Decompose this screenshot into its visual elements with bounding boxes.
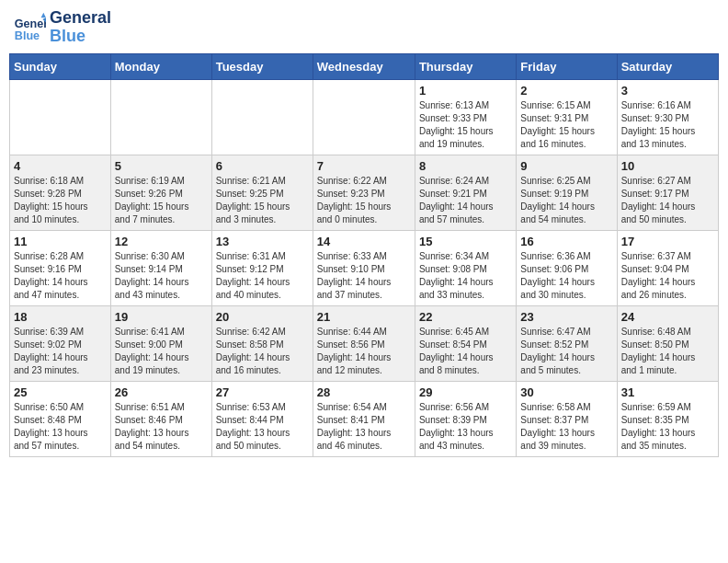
day-info: Sunrise: 6:39 AM Sunset: 9:02 PM Dayligh… xyxy=(14,326,107,377)
logo: General Blue General Blue xyxy=(13,9,111,46)
day-info: Sunrise: 6:36 AM Sunset: 9:06 PM Dayligh… xyxy=(520,250,612,302)
day-info: Sunrise: 6:59 AM Sunset: 8:35 PM Dayligh… xyxy=(621,401,714,453)
day-number: 27 xyxy=(216,385,309,399)
day-cell-26: 26Sunrise: 6:51 AM Sunset: 8:46 PM Dayli… xyxy=(110,381,211,456)
day-cell-11: 11Sunrise: 6:28 AM Sunset: 9:16 PM Dayli… xyxy=(10,230,111,305)
day-number: 26 xyxy=(115,385,208,399)
day-info: Sunrise: 6:48 AM Sunset: 8:50 PM Dayligh… xyxy=(621,326,714,377)
day-number: 13 xyxy=(216,235,309,248)
logo-icon: General Blue xyxy=(13,11,46,44)
day-info: Sunrise: 6:37 AM Sunset: 9:04 PM Dayligh… xyxy=(621,250,714,302)
day-number: 17 xyxy=(621,235,714,248)
day-cell-29: 29Sunrise: 6:56 AM Sunset: 8:39 PM Dayli… xyxy=(415,381,516,456)
day-info: Sunrise: 6:16 AM Sunset: 9:30 PM Dayligh… xyxy=(621,99,714,151)
day-cell-5: 5Sunrise: 6:19 AM Sunset: 9:26 PM Daylig… xyxy=(110,155,211,230)
day-cell-9: 9Sunrise: 6:25 AM Sunset: 9:19 PM Daylig… xyxy=(517,155,617,230)
empty-cell xyxy=(313,79,415,155)
logo-text: General Blue xyxy=(50,9,111,46)
day-cell-16: 16Sunrise: 6:36 AM Sunset: 9:06 PM Dayli… xyxy=(517,230,617,305)
svg-text:Blue: Blue xyxy=(15,29,40,41)
weekday-header-sunday: Sunday xyxy=(10,53,111,79)
day-number: 15 xyxy=(419,235,512,248)
day-info: Sunrise: 6:28 AM Sunset: 9:16 PM Dayligh… xyxy=(14,250,107,302)
day-cell-20: 20Sunrise: 6:42 AM Sunset: 8:58 PM Dayli… xyxy=(211,305,313,381)
day-cell-1: 1Sunrise: 6:13 AM Sunset: 9:33 PM Daylig… xyxy=(415,79,516,155)
day-number: 29 xyxy=(419,385,512,399)
weekday-header-monday: Monday xyxy=(110,53,211,79)
day-info: Sunrise: 6:41 AM Sunset: 9:00 PM Dayligh… xyxy=(115,326,208,377)
day-cell-31: 31Sunrise: 6:59 AM Sunset: 8:35 PM Dayli… xyxy=(617,381,718,456)
week-row-4: 18Sunrise: 6:39 AM Sunset: 9:02 PM Dayli… xyxy=(10,305,719,381)
day-cell-7: 7Sunrise: 6:22 AM Sunset: 9:23 PM Daylig… xyxy=(313,155,415,230)
weekday-header-row: SundayMondayTuesdayWednesdayThursdayFrid… xyxy=(10,53,719,79)
day-info: Sunrise: 6:50 AM Sunset: 8:48 PM Dayligh… xyxy=(14,401,107,453)
week-row-1: 1Sunrise: 6:13 AM Sunset: 9:33 PM Daylig… xyxy=(10,79,719,155)
day-cell-28: 28Sunrise: 6:54 AM Sunset: 8:41 PM Dayli… xyxy=(313,381,415,456)
empty-cell xyxy=(10,79,111,155)
day-info: Sunrise: 6:30 AM Sunset: 9:14 PM Dayligh… xyxy=(115,250,208,302)
day-cell-24: 24Sunrise: 6:48 AM Sunset: 8:50 PM Dayli… xyxy=(617,305,718,381)
day-number: 20 xyxy=(216,310,309,324)
day-info: Sunrise: 6:42 AM Sunset: 8:58 PM Dayligh… xyxy=(216,326,309,377)
weekday-header-saturday: Saturday xyxy=(617,53,718,79)
day-number: 9 xyxy=(520,159,612,173)
day-cell-27: 27Sunrise: 6:53 AM Sunset: 8:44 PM Dayli… xyxy=(211,381,313,456)
day-number: 5 xyxy=(115,159,208,173)
day-number: 8 xyxy=(419,159,512,173)
week-row-2: 4Sunrise: 6:18 AM Sunset: 9:28 PM Daylig… xyxy=(10,155,719,230)
day-number: 19 xyxy=(115,310,208,324)
day-info: Sunrise: 6:58 AM Sunset: 8:37 PM Dayligh… xyxy=(520,401,612,453)
day-cell-12: 12Sunrise: 6:30 AM Sunset: 9:14 PM Dayli… xyxy=(110,230,211,305)
day-info: Sunrise: 6:31 AM Sunset: 9:12 PM Dayligh… xyxy=(216,250,309,302)
day-cell-15: 15Sunrise: 6:34 AM Sunset: 9:08 PM Dayli… xyxy=(415,230,516,305)
day-number: 24 xyxy=(621,310,714,324)
day-cell-6: 6Sunrise: 6:21 AM Sunset: 9:25 PM Daylig… xyxy=(211,155,313,230)
svg-marker-2 xyxy=(41,13,46,17)
day-number: 14 xyxy=(317,235,411,248)
day-info: Sunrise: 6:53 AM Sunset: 8:44 PM Dayligh… xyxy=(216,401,309,453)
day-cell-23: 23Sunrise: 6:47 AM Sunset: 8:52 PM Dayli… xyxy=(517,305,617,381)
day-info: Sunrise: 6:33 AM Sunset: 9:10 PM Dayligh… xyxy=(317,250,411,302)
day-info: Sunrise: 6:18 AM Sunset: 9:28 PM Dayligh… xyxy=(14,175,107,226)
day-number: 10 xyxy=(621,159,714,173)
day-info: Sunrise: 6:21 AM Sunset: 9:25 PM Dayligh… xyxy=(216,175,309,226)
day-cell-22: 22Sunrise: 6:45 AM Sunset: 8:54 PM Dayli… xyxy=(415,305,516,381)
day-info: Sunrise: 6:56 AM Sunset: 8:39 PM Dayligh… xyxy=(419,401,512,453)
day-number: 3 xyxy=(621,84,714,98)
day-number: 22 xyxy=(419,310,512,324)
day-info: Sunrise: 6:47 AM Sunset: 8:52 PM Dayligh… xyxy=(520,326,612,377)
day-cell-14: 14Sunrise: 6:33 AM Sunset: 9:10 PM Dayli… xyxy=(313,230,415,305)
week-row-3: 11Sunrise: 6:28 AM Sunset: 9:16 PM Dayli… xyxy=(10,230,719,305)
page-header: General Blue General Blue xyxy=(9,9,719,46)
day-info: Sunrise: 6:45 AM Sunset: 8:54 PM Dayligh… xyxy=(419,326,512,377)
day-number: 28 xyxy=(317,385,411,399)
day-info: Sunrise: 6:19 AM Sunset: 9:26 PM Dayligh… xyxy=(115,175,208,226)
day-number: 31 xyxy=(621,385,714,399)
day-number: 25 xyxy=(14,385,107,399)
day-cell-13: 13Sunrise: 6:31 AM Sunset: 9:12 PM Dayli… xyxy=(211,230,313,305)
weekday-header-wednesday: Wednesday xyxy=(313,53,415,79)
day-info: Sunrise: 6:51 AM Sunset: 8:46 PM Dayligh… xyxy=(115,401,208,453)
day-number: 16 xyxy=(520,235,612,248)
day-info: Sunrise: 6:13 AM Sunset: 9:33 PM Dayligh… xyxy=(419,99,512,151)
day-info: Sunrise: 6:22 AM Sunset: 9:23 PM Dayligh… xyxy=(317,175,411,226)
day-cell-4: 4Sunrise: 6:18 AM Sunset: 9:28 PM Daylig… xyxy=(10,155,111,230)
day-cell-2: 2Sunrise: 6:15 AM Sunset: 9:31 PM Daylig… xyxy=(517,79,617,155)
day-cell-21: 21Sunrise: 6:44 AM Sunset: 8:56 PM Dayli… xyxy=(313,305,415,381)
weekday-header-friday: Friday xyxy=(517,53,617,79)
day-cell-25: 25Sunrise: 6:50 AM Sunset: 8:48 PM Dayli… xyxy=(10,381,111,456)
day-number: 18 xyxy=(14,310,107,324)
day-cell-17: 17Sunrise: 6:37 AM Sunset: 9:04 PM Dayli… xyxy=(617,230,718,305)
day-number: 4 xyxy=(14,159,107,173)
day-info: Sunrise: 6:34 AM Sunset: 9:08 PM Dayligh… xyxy=(419,250,512,302)
empty-cell xyxy=(211,79,313,155)
day-info: Sunrise: 6:44 AM Sunset: 8:56 PM Dayligh… xyxy=(317,326,411,377)
day-number: 6 xyxy=(216,159,309,173)
day-info: Sunrise: 6:24 AM Sunset: 9:21 PM Dayligh… xyxy=(419,175,512,226)
day-cell-3: 3Sunrise: 6:16 AM Sunset: 9:30 PM Daylig… xyxy=(617,79,718,155)
day-cell-30: 30Sunrise: 6:58 AM Sunset: 8:37 PM Dayli… xyxy=(517,381,617,456)
day-info: Sunrise: 6:15 AM Sunset: 9:31 PM Dayligh… xyxy=(520,99,612,151)
empty-cell xyxy=(110,79,211,155)
day-cell-8: 8Sunrise: 6:24 AM Sunset: 9:21 PM Daylig… xyxy=(415,155,516,230)
day-cell-19: 19Sunrise: 6:41 AM Sunset: 9:00 PM Dayli… xyxy=(110,305,211,381)
